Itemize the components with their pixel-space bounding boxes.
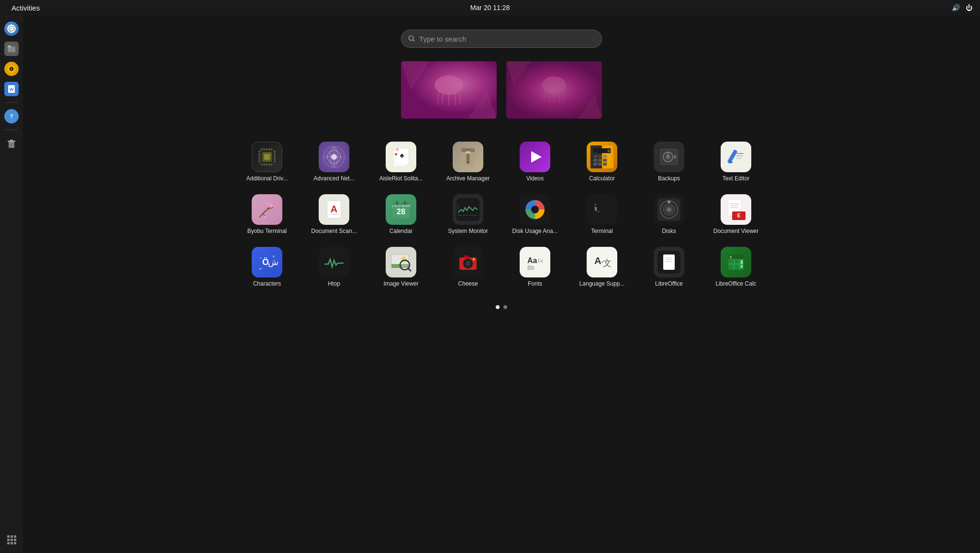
search-input[interactable] <box>419 35 595 43</box>
svg-rect-44 <box>261 164 262 166</box>
topbar-right: ⏻ <box>952 4 972 11</box>
svg-rect-77 <box>467 158 469 159</box>
sidebar-item-help[interactable]: ? <box>3 108 20 125</box>
svg-point-6 <box>11 68 12 70</box>
svg-rect-18 <box>11 535 13 538</box>
app-item-calendar[interactable]: CALENDAR 28 Calendar <box>372 190 430 238</box>
app-item-terminal[interactable]: $_ > Terminal <box>573 190 631 238</box>
app-label: Disk Usage Ana... <box>512 228 557 234</box>
svg-rect-94 <box>598 163 602 166</box>
sidebar-item-appgrid[interactable] <box>3 531 20 548</box>
app-item-libreoffice[interactable]: LibreOffice <box>640 243 698 291</box>
sidebar-item-files[interactable] <box>3 40 20 57</box>
svg-point-151 <box>273 255 275 257</box>
app-label: Calendar <box>390 228 413 234</box>
sidebar-item-writer[interactable]: W <box>3 80 20 98</box>
svg-rect-75 <box>467 154 469 155</box>
app-item-additional-drivers[interactable]: Additional Driv... <box>238 138 296 186</box>
app-item-document-scanner[interactable]: A Document Scan... <box>305 190 363 238</box>
svg-text:0: 0 <box>608 149 610 153</box>
svg-rect-19 <box>14 535 16 538</box>
app-item-backups[interactable]: Backups <box>640 138 698 186</box>
app-grid: Additional Driv... Advanced Net... <box>229 138 774 291</box>
search-bar[interactable] <box>401 30 602 48</box>
app-label: Terminal <box>591 228 612 234</box>
app-item-disk-usage[interactable]: Disk Usage Ana... <box>506 190 564 238</box>
svg-text:Aa: Aa <box>527 256 537 265</box>
svg-rect-93 <box>593 163 597 166</box>
svg-point-159 <box>401 262 408 268</box>
svg-rect-86 <box>598 155 602 158</box>
svg-text:💬: 💬 <box>9 26 15 32</box>
app-label: Cheese <box>458 280 478 287</box>
svg-rect-38 <box>264 154 270 160</box>
app-item-calculator[interactable]: 0 + – <box>573 138 631 186</box>
app-label: Document Viewer <box>713 228 759 234</box>
app-label: System Monitor <box>448 228 488 234</box>
svg-rect-177 <box>665 257 673 258</box>
svg-rect-50 <box>258 154 260 155</box>
app-item-characters[interactable]: Ö ش + Characters <box>238 243 296 291</box>
sidebar-item-trash[interactable] <box>3 135 20 152</box>
svg-text:28: 28 <box>397 208 405 216</box>
app-item-aisleriot[interactable]: ♠ ♥ A AisleRiot Solita... <box>372 138 430 186</box>
app-label: AisleRiot Solita... <box>379 175 423 182</box>
svg-rect-91 <box>603 159 607 162</box>
app-item-system-monitor[interactable]: System Monitor <box>439 190 497 238</box>
app-label: LibreOffice <box>655 280 683 287</box>
app-label: Text Editor <box>723 175 750 182</box>
app-label: Calculator <box>589 175 615 182</box>
app-label: Fonts <box>528 280 542 287</box>
svg-rect-73 <box>467 150 469 151</box>
app-item-htop[interactable]: Htop <box>305 243 363 291</box>
page-dot-2[interactable] <box>503 305 507 309</box>
svg-rect-186 <box>741 260 743 264</box>
app-label: Image Viewer <box>383 280 418 287</box>
svg-text:Σ: Σ <box>730 255 732 259</box>
activities-button[interactable]: Activities <box>8 3 44 13</box>
wallpaper-thumb-1[interactable] <box>401 61 497 119</box>
svg-rect-23 <box>7 542 10 544</box>
app-item-videos[interactable]: Videos <box>506 138 564 186</box>
svg-rect-89 <box>593 159 597 162</box>
svg-rect-12 <box>8 141 15 142</box>
app-item-image-viewer[interactable]: Image Viewer <box>372 243 430 291</box>
svg-rect-22 <box>14 539 16 541</box>
app-label: LibreOffice Calc <box>715 280 756 287</box>
svg-rect-17 <box>7 535 10 538</box>
svg-rect-109 <box>736 153 744 154</box>
svg-rect-78 <box>467 160 469 161</box>
svg-rect-25 <box>14 542 16 544</box>
svg-rect-88 <box>608 155 611 158</box>
svg-rect-48 <box>271 164 272 166</box>
app-item-libreoffice-calc[interactable]: Σ LibreOffice Calc <box>707 243 765 291</box>
svg-point-102 <box>667 152 669 154</box>
sidebar-item-messaging[interactable]: 💬 <box>3 20 20 37</box>
power-icon[interactable]: ⏻ <box>966 4 972 11</box>
svg-rect-47 <box>268 164 269 166</box>
topbar: Activities Mar 20 11:28 ⏻ <box>0 0 980 15</box>
app-item-language-support[interactable]: A 文 Language Supp... <box>573 243 631 291</box>
app-item-text-editor[interactable]: Text Editor <box>707 138 765 186</box>
svg-rect-111 <box>736 158 742 159</box>
app-item-archive-manager[interactable]: Archive Manager <box>439 138 497 186</box>
app-item-advanced-network[interactable]: Advanced Net... <box>305 138 363 186</box>
sidebar-item-rhythmbox[interactable] <box>3 60 20 77</box>
page-dot-1[interactable] <box>496 305 500 309</box>
svg-text:A: A <box>396 148 399 151</box>
app-item-disks[interactable]: Disks <box>640 190 698 238</box>
app-item-byobu[interactable]: Byobu Terminal <box>238 190 296 238</box>
wallpaper-thumb-2[interactable] <box>506 61 602 119</box>
svg-rect-87 <box>603 155 607 158</box>
app-label: Htop <box>328 280 340 287</box>
app-item-fonts[interactable]: Aa Bb Cc Fonts <box>506 243 564 291</box>
volume-icon[interactable] <box>952 4 960 11</box>
app-item-document-viewer[interactable]: E Document Viewer <box>707 190 765 238</box>
svg-rect-53 <box>258 161 260 162</box>
svg-point-26 <box>409 36 413 40</box>
svg-rect-42 <box>268 148 269 150</box>
svg-rect-58 <box>274 161 276 162</box>
app-label: Language Supp... <box>579 280 625 287</box>
app-item-cheese[interactable]: Cheese <box>439 243 497 291</box>
app-label: Archive Manager <box>446 175 490 182</box>
